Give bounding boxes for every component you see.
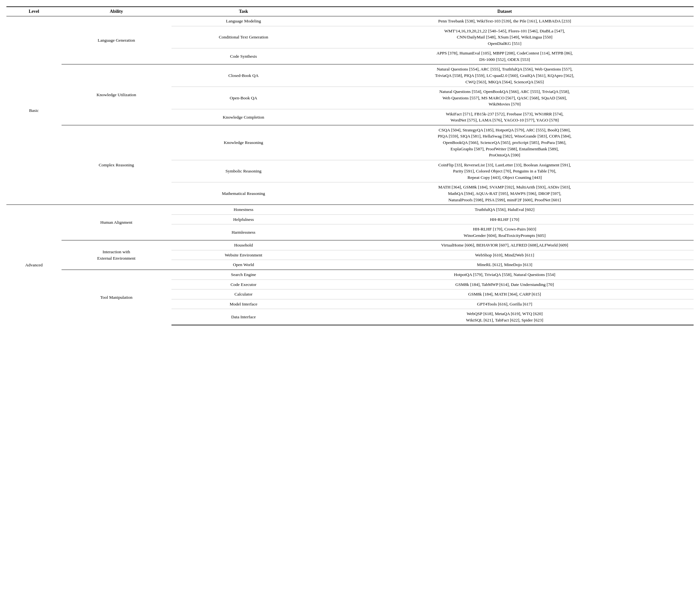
dataset-cell: WikiFact [571], FB15k-237 [572], Freebas… bbox=[316, 109, 694, 125]
task-cell: Code Executor bbox=[172, 279, 316, 289]
ability-cell: Human Alignment bbox=[62, 205, 172, 240]
task-cell: Model Interface bbox=[172, 299, 316, 309]
dataset-cell: Penn Treebank [538], WikiText-103 [539],… bbox=[316, 16, 694, 26]
ability-cell: Interaction withExternal Environment bbox=[62, 240, 172, 270]
dataset-cell: MineRL [612], MineDojo [613] bbox=[316, 260, 694, 270]
task-cell: Household bbox=[172, 240, 316, 250]
dataset-cell: APPS [378], HumanEval [105], MBPP [208],… bbox=[316, 48, 694, 64]
table-row: Interaction withExternal EnvironmentHous… bbox=[6, 240, 694, 250]
task-cell: Helpfulness bbox=[172, 214, 316, 224]
table-row: Tool ManipulationSearch EngineHotpotQA [… bbox=[6, 270, 694, 280]
dataset-cell: TruthfulQA [556], HaluEval [602] bbox=[316, 205, 694, 215]
dataset-cell: Natural Questions [554], OpenBookQA [566… bbox=[316, 87, 694, 109]
header-ability: Ability bbox=[62, 7, 172, 16]
task-cell: Website Environment bbox=[172, 250, 316, 260]
task-cell: Honestness bbox=[172, 205, 316, 215]
task-cell: Knowledge Completion bbox=[172, 109, 316, 125]
ability-cell: Language Generation bbox=[62, 16, 172, 64]
table-row: Complex ReasoningKnowledge ReasoningCSQA… bbox=[6, 125, 694, 160]
dataset-cell: WebShop [610], Mind2Web [611] bbox=[316, 250, 694, 260]
header-dataset: Dataset bbox=[316, 7, 694, 16]
dataset-cell: Natural Questions [554], ARC [555], Trut… bbox=[316, 64, 694, 87]
ability-cell: Complex Reasoning bbox=[62, 125, 172, 205]
dataset-cell: GSM8k [184], MATH [364], CARP [615] bbox=[316, 289, 694, 300]
task-cell: Data Interface bbox=[172, 309, 316, 325]
table-row: BasicLanguage GenerationLanguage Modelin… bbox=[6, 16, 694, 26]
dataset-cell: WMT'14,16,19,20,21,22 [540–545], Flores-… bbox=[316, 26, 694, 48]
task-cell: Search Engine bbox=[172, 270, 316, 280]
dataset-cell: MATH [364], GSM8k [184], SVAMP [592], Mu… bbox=[316, 182, 694, 205]
header-level: Level bbox=[6, 7, 62, 16]
level-cell: Advanced bbox=[6, 205, 62, 325]
task-cell: Conditional Text Generation bbox=[172, 26, 316, 48]
table-row: AdvancedHuman AlignmentHonestnessTruthfu… bbox=[6, 205, 694, 215]
dataset-cell: HotpotQA [579], TriviaQA [558], Natural … bbox=[316, 270, 694, 280]
task-cell: Calculator bbox=[172, 289, 316, 300]
task-cell: Open World bbox=[172, 260, 316, 270]
table-row: Knowledge UtilizationClosed-Book QANatur… bbox=[6, 64, 694, 87]
task-cell: Mathematical Reasoning bbox=[172, 182, 316, 205]
header-task: Task bbox=[172, 7, 316, 16]
dataset-cell: CSQA [504], StrategyQA [185], HotpotQA [… bbox=[316, 125, 694, 160]
level-cell: Basic bbox=[6, 16, 62, 205]
ability-cell: Knowledge Utilization bbox=[62, 64, 172, 125]
dataset-cell: WebQSP [618], MetaQA [619], WTQ [620]Wik… bbox=[316, 309, 694, 325]
task-cell: Code Synthesis bbox=[172, 48, 316, 64]
task-cell: Open-Book QA bbox=[172, 87, 316, 109]
task-cell: Closed-Book QA bbox=[172, 64, 316, 87]
task-cell: Harmlessness bbox=[172, 224, 316, 240]
dataset-cell: GSM8k [184], TabMWP [614], Date Understa… bbox=[316, 279, 694, 289]
dataset-cell: HH-RLHF [170], Crows-Pairs [603]WinoGend… bbox=[316, 224, 694, 240]
ability-cell: Tool Manipulation bbox=[62, 270, 172, 325]
dataset-cell: GPT4Tools [616], Gorilla [617] bbox=[316, 299, 694, 309]
task-cell: Knowledge Reasoning bbox=[172, 125, 316, 160]
dataset-cell: HH-RLHF [170] bbox=[316, 214, 694, 224]
dataset-cell: CoinFlip [33], ReverseList [33], LastLet… bbox=[316, 160, 694, 182]
task-cell: Symbolic Reasoning bbox=[172, 160, 316, 182]
task-cell: Language Modeling bbox=[172, 16, 316, 26]
dataset-cell: VirtualHome [606], BEHAVIOR [607], ALFRE… bbox=[316, 240, 694, 250]
